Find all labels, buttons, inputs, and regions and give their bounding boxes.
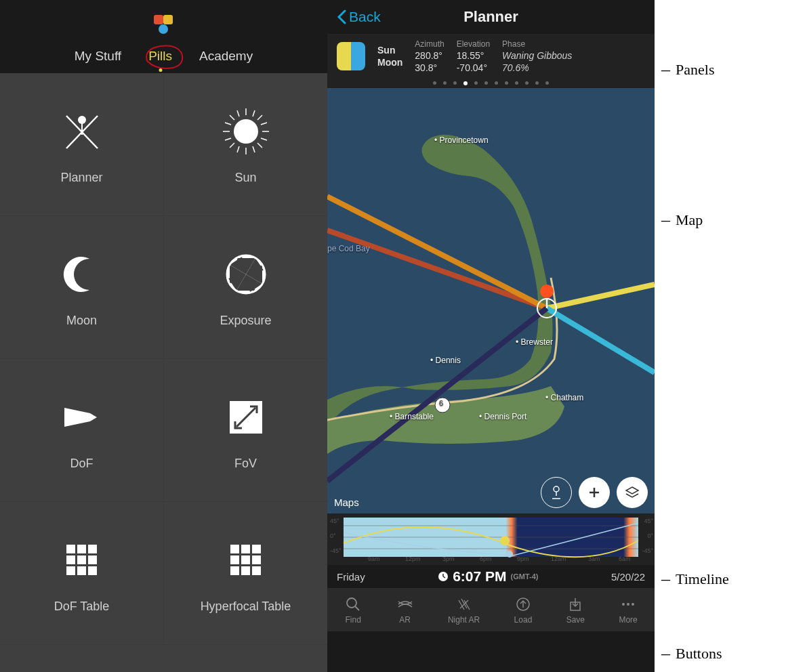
- time-value: 6:07 PM: [453, 568, 506, 585]
- body-sun-label: Sun: [377, 45, 402, 56]
- svg-point-66: [506, 551, 513, 558]
- tab-academy[interactable]: Academy: [199, 49, 253, 64]
- svg-rect-37: [230, 545, 239, 553]
- azimuth-moon: 30.8°: [415, 62, 444, 73]
- map-pin-button[interactable]: [541, 477, 572, 508]
- app-logo: [154, 15, 174, 37]
- svg-rect-38: [241, 545, 250, 553]
- svg-line-19: [253, 146, 255, 152]
- tl-x-tick: 3pm: [442, 555, 455, 562]
- dof-cone-icon: [55, 390, 109, 444]
- tab-my-stuff[interactable]: My Stuff: [75, 49, 121, 64]
- annotation-buttons: –Buttons: [661, 644, 722, 664]
- info-panel[interactable]: Sun Moon Azimuth 280.8° 30.8° Elevation …: [327, 34, 655, 77]
- time-row[interactable]: Friday 6:07 PM (GMT-4) 5/20/22: [327, 565, 655, 588]
- search-icon: [344, 595, 362, 613]
- svg-rect-33: [88, 555, 97, 564]
- pill-planner[interactable]: Planner: [0, 73, 163, 215]
- phase-header: Phase: [502, 39, 572, 49]
- back-button[interactable]: Back: [337, 9, 381, 25]
- pill-label: Moon: [66, 314, 97, 328]
- pill-moon[interactable]: Moon: [0, 216, 163, 358]
- svg-line-17: [253, 110, 255, 117]
- svg-line-12: [230, 115, 234, 120]
- bay-label: pe Cod Bay: [327, 244, 370, 253]
- tl-x-tick: 9am: [368, 555, 380, 562]
- svg-rect-39: [252, 545, 261, 553]
- tl-x-tick: 6pm: [480, 555, 492, 562]
- town-dennis-port: • Dennis Port: [479, 412, 526, 421]
- map-attribution: Maps: [334, 497, 359, 508]
- tl-y-tick: 45°: [644, 518, 653, 524]
- svg-line-22: [261, 123, 267, 125]
- load-button[interactable]: Load: [514, 595, 533, 625]
- tl-x-tick: 12pm: [405, 555, 421, 562]
- elevation-header: Elevation: [457, 39, 490, 49]
- map-view[interactable]: • Provincetown pe Cod Bay • Brewster • D…: [327, 88, 655, 513]
- map-layers-button[interactable]: [617, 477, 648, 508]
- pill-hyperfocal-table[interactable]: Hyperfocal Table: [164, 502, 327, 644]
- night-ar-button[interactable]: Night AR: [448, 595, 480, 625]
- phase-percent: 70.6%: [502, 62, 572, 73]
- pill-label: Exposure: [220, 314, 271, 328]
- svg-rect-41: [241, 555, 250, 564]
- svg-rect-32: [77, 555, 86, 564]
- svg-point-81: [627, 603, 629, 606]
- town-chatham: • Chatham: [545, 393, 583, 402]
- svg-point-53: [540, 285, 554, 298]
- svg-rect-30: [88, 545, 97, 553]
- sun-moon-icon: [337, 42, 365, 70]
- svg-rect-46: [327, 88, 655, 513]
- pill-label: DoF Table: [54, 600, 110, 614]
- save-button[interactable]: Save: [566, 595, 585, 625]
- planner-icon: [55, 104, 109, 159]
- tl-x-tick: 12am: [551, 555, 566, 562]
- svg-point-56: [554, 486, 559, 492]
- sun-icon: [219, 104, 273, 159]
- ar-icon: [396, 595, 414, 613]
- body-moon-label: Moon: [377, 57, 402, 68]
- town-barnstable: • Barnstable: [390, 412, 434, 421]
- pill-sun[interactable]: Sun: [164, 73, 327, 215]
- ar-button[interactable]: AR: [396, 595, 414, 625]
- svg-rect-1: [163, 15, 173, 24]
- tl-x-tick: 9pm: [517, 555, 529, 562]
- night-ar-icon: [455, 595, 473, 613]
- svg-rect-45: [252, 566, 261, 575]
- tl-y-tick: 45°: [330, 518, 339, 524]
- pill-dof-table[interactable]: DoF Table: [0, 502, 163, 644]
- day-label: Friday: [337, 571, 365, 583]
- moon-icon: [55, 247, 109, 301]
- svg-line-14: [257, 115, 262, 120]
- tab-pills[interactable]: Pills: [148, 49, 172, 64]
- grid-icon: [55, 533, 109, 587]
- elevation-moon: -70.04°: [457, 62, 490, 73]
- timeline[interactable]: 45° 0° -45° 45° 0° -45° 9am 12pm 3pm 6pm…: [327, 513, 655, 565]
- timezone: (GMT-4): [511, 572, 539, 581]
- pill-exposure[interactable]: Exposure: [164, 216, 327, 358]
- route-shield: 6: [439, 399, 443, 407]
- svg-rect-36: [88, 566, 97, 575]
- pill-dof[interactable]: DoF: [0, 359, 163, 501]
- more-button[interactable]: More: [619, 595, 637, 625]
- azimuth-sun: 280.8°: [415, 50, 444, 61]
- svg-rect-28: [66, 545, 75, 553]
- svg-line-23: [261, 138, 267, 140]
- tl-x-tick: 3am: [588, 555, 600, 562]
- svg-rect-40: [230, 555, 239, 564]
- find-button[interactable]: Find: [344, 595, 362, 625]
- svg-line-13: [257, 143, 262, 148]
- more-icon: [619, 595, 637, 613]
- svg-line-16: [237, 110, 239, 117]
- page-indicator[interactable]: [327, 77, 655, 88]
- svg-rect-43: [230, 566, 239, 575]
- svg-line-15: [230, 143, 234, 148]
- svg-point-7: [234, 119, 258, 144]
- svg-point-80: [622, 603, 625, 606]
- annotation-panels: –Panels: [661, 60, 714, 80]
- chevron-left-icon: [337, 9, 346, 24]
- tl-y-tick: 0°: [647, 532, 653, 539]
- map-add-button[interactable]: [579, 477, 610, 508]
- svg-rect-44: [241, 566, 250, 575]
- pill-fov[interactable]: FoV: [164, 359, 327, 501]
